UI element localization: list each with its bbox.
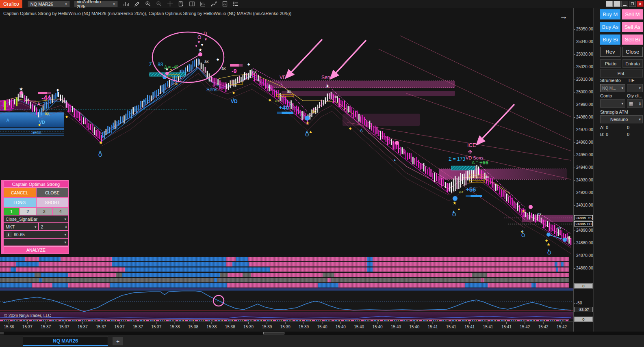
instrument-dropdown[interactable]: NQ MAR26 ▾ [28, 1, 70, 7]
bar-chart-icon[interactable] [123, 1, 130, 7]
time-axis-label: 15:38 [206, 325, 217, 329]
buy-ask-button[interactable]: Buy As [600, 22, 620, 32]
chart-annotation: O [521, 233, 525, 238]
document-edit-icon[interactable] [178, 1, 184, 7]
pencil-icon[interactable] [134, 1, 141, 7]
heatmap-row [0, 278, 569, 282]
scrollbar-thumb[interactable] [263, 332, 284, 334]
price-axis-label: 24920.00 [576, 190, 593, 195]
window-option-button-2[interactable] [614, 1, 620, 7]
short-button[interactable]: SHORT [37, 198, 69, 207]
strategia-dropdown[interactable]: Nessuno ▾ [600, 115, 643, 123]
window-option-button-1[interactable] [606, 1, 613, 7]
pan-right-arrow-icon[interactable]: → [559, 12, 568, 21]
buy-bid-button[interactable]: Buy Bi [600, 34, 620, 45]
chart-annotation: ax [287, 89, 291, 94]
b-row-value2: 0 [627, 132, 629, 137]
chart-annotation: ◆ [269, 98, 271, 102]
crosshair-icon[interactable] [167, 1, 173, 7]
reverse-button[interactable]: Rev [600, 47, 620, 57]
entrata-button[interactable]: Entrata [622, 59, 643, 68]
chart-annotation: ax [485, 175, 489, 179]
range-dropdown[interactable]: i60-65 ▾ [4, 231, 68, 238]
chart-window-icon[interactable] [199, 1, 206, 7]
period-dropdown[interactable]: ninZaRenko 20/5 ▾ [74, 1, 118, 7]
pnl-button[interactable]: PnL [600, 69, 643, 78]
clipboard-chart-icon[interactable] [221, 1, 228, 7]
chart-annotation: Sens [321, 75, 332, 80]
time-axis-label: 15:41 [464, 325, 475, 329]
zoom-out-icon[interactable] [156, 1, 163, 7]
price-axis-tick [574, 303, 575, 304]
chart-annotation: ★ [198, 47, 202, 52]
sell-market-button[interactable]: Sell M [622, 9, 643, 19]
scrollbar-left-button[interactable] [0, 332, 4, 334]
chart-annotation: A [143, 99, 145, 103]
price-tag: 0 [574, 283, 593, 289]
signal-dropdown-value: Close_SignalBar [6, 217, 37, 222]
qty-preset-3-button[interactable]: 3 [37, 208, 52, 215]
chart-annotation: +56 [466, 186, 476, 193]
price-axis-tick [574, 130, 575, 130]
buy-market-button[interactable]: Buy M [600, 9, 620, 19]
minimize-button[interactable] [621, 1, 628, 7]
time-axis-label: 15:41 [428, 325, 438, 329]
zoom-in-icon[interactable] [145, 1, 152, 7]
close-position-button[interactable]: Close [622, 47, 643, 57]
sell-ask-button[interactable]: Sell As [622, 22, 643, 32]
time-axis-label: 15:37 [78, 325, 88, 329]
chart-annotation: ↕ [281, 81, 283, 86]
time-axis-label: 15:42 [538, 325, 549, 329]
chart-annotation: A [37, 102, 40, 106]
chart-annotation: ax [221, 66, 226, 71]
chart-annotation: ◆ [217, 58, 219, 61]
time-axis-label: 15:37 [115, 325, 125, 329]
price-axis-label: 25030.00 [576, 52, 593, 56]
maximize-button[interactable] [629, 1, 636, 7]
chart-annotation: Δ = [472, 160, 478, 165]
tif-dropdown[interactable]: ▾ [627, 84, 643, 92]
time-axis-label: 15:38 [188, 325, 198, 329]
quantity-stepper[interactable]: 2 ▴▾ [39, 223, 68, 230]
conto-dropdown[interactable]: ▾ [600, 99, 625, 108]
long-button[interactable]: LONG [4, 198, 36, 207]
chart-annotation: ax [63, 99, 67, 103]
sell-bid-button[interactable]: Sell Bi [622, 34, 643, 45]
heatmap-row [0, 267, 569, 272]
cancel-button[interactable]: CANCEL [4, 188, 36, 197]
chart-annotation: ax [25, 97, 30, 102]
close-button[interactable]: CLOSE [37, 188, 69, 197]
empty-dropdown[interactable]: ▾ [4, 239, 68, 246]
list-icon[interactable] [232, 1, 239, 7]
order-type-dropdown[interactable]: MKT ▾ [4, 223, 38, 230]
chart-annotation: D [204, 31, 207, 37]
price-axis-label: 25050.00 [576, 27, 593, 31]
close-window-button[interactable]: × [637, 1, 644, 7]
add-tab-button[interactable]: + [113, 337, 123, 345]
time-axis-label: 15:39 [280, 325, 291, 329]
piatto-button[interactable]: Piatto [600, 59, 621, 68]
qty-preset-2-button[interactable]: 2 [20, 208, 35, 215]
chart-annotation: VD [231, 99, 238, 104]
horizontal-scrollbar[interactable] [0, 332, 644, 335]
panel-layout-icon[interactable] [189, 1, 195, 7]
spinner-arrows-icon: ▴▾ [639, 101, 641, 106]
strategia-dropdown-value: Nessuno [610, 117, 628, 122]
analyze-button[interactable]: ANALYZE [4, 246, 68, 253]
price-axis[interactable]: 25050.0025040.0025030.0025020.0025010.00… [573, 8, 593, 332]
chart-annotation: -9 [232, 68, 237, 74]
tab-nq-mar26[interactable]: NQ MAR26 [23, 336, 108, 346]
price-chart[interactable]: ★★★★★★★★★◆◆◆◆◆◆◆◆◆◆◆▲▲▲▲▲▲▲▲▼▼▼↕↕↕↕↕-44Σ… [0, 0, 573, 332]
line-tool-icon[interactable] [210, 1, 217, 7]
qty-preset-1-button[interactable]: 1 [4, 208, 19, 215]
chart-annotation: ax [252, 70, 257, 74]
qty-preset-4-button[interactable]: 4 [53, 208, 68, 215]
strumento-dropdown[interactable]: NQ M... ▾ [600, 84, 625, 92]
chart-annotation: ▲ [393, 158, 397, 162]
chevron-down-icon: ▾ [113, 2, 115, 6]
signal-dropdown[interactable]: Close_SignalBar ▾ [4, 216, 68, 222]
qty-stepper[interactable]: ▦ ▴▾ [627, 99, 643, 108]
time-axis-label: 15:38 [225, 325, 235, 329]
instrument-dropdown-value: NQ MAR26 [30, 2, 53, 6]
price-axis-label: 24970.00 [576, 127, 593, 132]
